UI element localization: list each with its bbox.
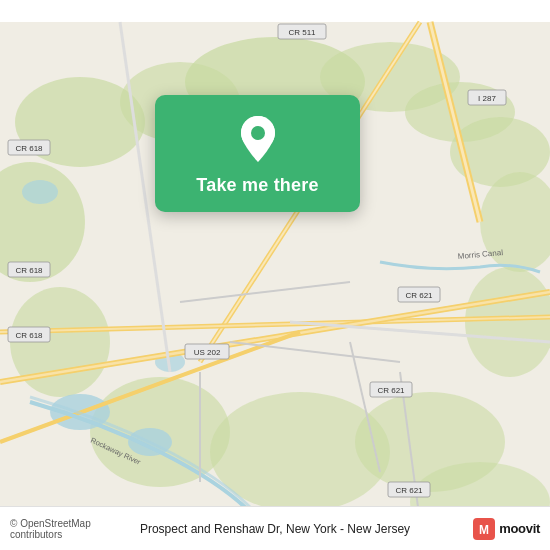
map-svg: CR 511 CR 618 CR 618 CR 618 US 202 I 287… [0, 0, 550, 550]
svg-text:CR 618: CR 618 [15, 144, 43, 153]
svg-text:CR 621: CR 621 [377, 386, 405, 395]
svg-point-17 [22, 180, 58, 204]
location-pin-icon [232, 113, 284, 165]
svg-text:CR 618: CR 618 [15, 331, 43, 340]
copyright-text: © OpenStreetMap contributors [10, 518, 116, 540]
svg-text:US 202: US 202 [194, 348, 221, 357]
svg-text:I 287: I 287 [478, 94, 496, 103]
svg-text:CR 621: CR 621 [395, 486, 423, 495]
map-container: CR 511 CR 618 CR 618 CR 618 US 202 I 287… [0, 0, 550, 550]
moovit-logo: M moovit [434, 518, 540, 540]
moovit-icon: M [473, 518, 495, 540]
svg-text:CR 511: CR 511 [288, 28, 316, 37]
take-me-there-card[interactable]: Take me there [155, 95, 360, 212]
location-name: Prospect and Renshaw Dr, New York - New … [116, 522, 434, 536]
svg-text:CR 618: CR 618 [15, 266, 43, 275]
take-me-there-label: Take me there [196, 175, 318, 196]
moovit-brand-text: moovit [499, 521, 540, 536]
bottom-bar: © OpenStreetMap contributors Prospect an… [0, 506, 550, 550]
svg-point-56 [251, 126, 265, 140]
svg-text:M: M [479, 523, 489, 537]
svg-text:CR 621: CR 621 [405, 291, 433, 300]
